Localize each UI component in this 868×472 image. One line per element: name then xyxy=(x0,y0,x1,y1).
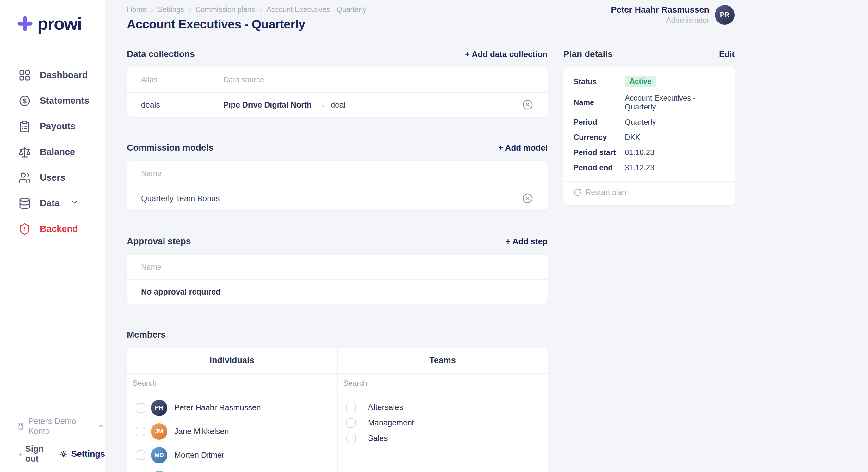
building-icon xyxy=(17,422,24,431)
field-label: Currency xyxy=(574,133,625,142)
sidebar-item-balance[interactable]: Balance xyxy=(18,139,105,165)
breadcrumb-settings[interactable]: Settings xyxy=(158,5,184,14)
member-row: MS Mathias Salomonsson xyxy=(136,467,337,472)
breadcrumb-home[interactable]: Home xyxy=(127,5,146,14)
sidebar-item-label: Backend xyxy=(40,224,78,234)
members-card: Individuals PR Peter Haahr Rasmussen JM xyxy=(127,348,548,472)
member-name: Morten Ditmer xyxy=(174,450,224,460)
section-title: Plan details xyxy=(563,49,613,59)
approval-steps-header: Approval steps + Add step xyxy=(127,236,548,246)
breadcrumb-separator: › xyxy=(151,5,153,14)
individuals-search-input[interactable] xyxy=(127,374,337,392)
breadcrumb-separator: › xyxy=(189,5,191,14)
teams-search xyxy=(338,374,548,393)
source-name: Pipe Drive Digital North xyxy=(223,100,312,109)
user-menu[interactable]: Peter Haahr Rasmussen Administrator PR xyxy=(611,5,735,25)
column-name: Name xyxy=(141,262,161,272)
plan-details-card: Status Active Name Account Executives - … xyxy=(563,67,735,205)
add-model-button[interactable]: + Add model xyxy=(498,143,548,153)
arrow-right-icon: → xyxy=(317,100,326,110)
sidebar-item-label: Payouts xyxy=(40,121,75,132)
breadcrumb-commission-plans[interactable]: Commission plans xyxy=(195,5,255,14)
database-icon xyxy=(18,197,31,210)
sidebar-nav: Dashboard $ Statements Payouts xyxy=(0,62,105,242)
sign-out-button[interactable]: Sign out xyxy=(17,444,48,464)
tab-teams[interactable]: Teams xyxy=(338,348,548,374)
remove-model-button[interactable] xyxy=(522,193,533,204)
section-title: Approval steps xyxy=(127,236,191,246)
content: Data collections + Add data collection A… xyxy=(127,38,868,472)
user-name: Peter Haahr Rasmussen xyxy=(611,5,709,15)
svg-text:$: $ xyxy=(23,97,27,105)
chevron-up-icon xyxy=(97,422,105,431)
plan-field-period: Period Quarterly xyxy=(563,118,735,127)
logout-icon xyxy=(17,450,22,459)
team-name: Management xyxy=(368,418,414,428)
plan-field-currency: Currency DKK xyxy=(563,133,735,142)
field-label: Status xyxy=(574,77,625,86)
sidebar-item-label: Statements xyxy=(40,96,89,106)
sidebar-item-data[interactable]: Data xyxy=(18,190,105,216)
team-checkbox[interactable] xyxy=(346,434,356,443)
user-role: Administrator xyxy=(611,16,709,25)
payouts-icon xyxy=(18,120,31,133)
field-label: Name xyxy=(574,98,625,107)
sidebar-item-label: Balance xyxy=(40,147,75,157)
member-row: MD Morten Ditmer xyxy=(136,443,337,467)
member-row: JM Jane Mikkelsen xyxy=(136,419,337,443)
gear-icon xyxy=(59,449,68,459)
member-checkbox[interactable] xyxy=(136,403,145,412)
member-checkbox[interactable] xyxy=(136,427,145,436)
main-area: Home › Settings › Commission plans › Acc… xyxy=(105,0,868,472)
avatar: MD xyxy=(151,447,167,464)
page-title: Account Executives - Quarterly xyxy=(127,18,868,31)
approval-steps-card: Name No approval required xyxy=(127,255,548,304)
teams-search-input[interactable] xyxy=(338,374,548,392)
team-name: Sales xyxy=(368,434,388,443)
no-approval-text: No approval required xyxy=(127,280,548,304)
sidebar-item-users[interactable]: Users xyxy=(18,165,105,190)
balance-icon xyxy=(18,146,31,158)
sidebar-item-backend[interactable]: Backend xyxy=(18,216,105,242)
team-row: Aftersales xyxy=(346,400,548,415)
plan-field-period-start: Period start 01.10.23 xyxy=(563,148,735,157)
field-value: Quarterly xyxy=(625,118,656,127)
close-circle-icon xyxy=(522,99,533,111)
edit-plan-button[interactable]: Edit xyxy=(719,49,735,59)
teams-list: Aftersales Management Sales xyxy=(338,393,548,446)
team-checkbox[interactable] xyxy=(346,403,356,412)
add-step-button[interactable]: + Add step xyxy=(505,237,548,246)
restart-plan-button[interactable]: Restart plan xyxy=(563,182,735,205)
individuals-search xyxy=(127,374,337,393)
dashboard-icon xyxy=(18,69,31,82)
plus-logo-icon xyxy=(17,15,34,32)
member-name: Peter Haahr Rasmussen xyxy=(174,403,261,412)
sign-out-label: Sign out xyxy=(25,444,48,464)
members-header: Members xyxy=(127,329,548,340)
account-switcher[interactable]: Peters Demo Konto xyxy=(17,416,105,436)
team-checkbox[interactable] xyxy=(346,418,356,428)
member-checkbox[interactable] xyxy=(136,450,145,460)
individuals-column: Individuals PR Peter Haahr Rasmussen JM xyxy=(127,348,338,472)
section-title: Members xyxy=(127,329,166,340)
sidebar-item-payouts[interactable]: Payouts xyxy=(18,114,105,139)
remove-data-collection-button[interactable] xyxy=(522,99,533,111)
sidebar-item-statements[interactable]: $ Statements xyxy=(18,88,105,114)
column-alias: Alias xyxy=(141,75,223,84)
settings-button[interactable]: Settings xyxy=(59,449,105,459)
sidebar-item-dashboard[interactable]: Dashboard xyxy=(18,62,105,88)
model-name: Quarterly Team Bonus xyxy=(141,194,220,203)
data-collections-card: Alias Data source deals Pipe Drive Digit… xyxy=(127,67,548,117)
avatar: PR xyxy=(151,400,167,416)
avatar[interactable]: PR xyxy=(715,5,735,25)
avatar: MS xyxy=(151,471,167,472)
plan-field-period-end: Period end 31.12.23 xyxy=(563,163,735,172)
table-header: Alias Data source xyxy=(127,67,548,93)
users-icon xyxy=(18,171,31,184)
tab-individuals[interactable]: Individuals xyxy=(127,348,337,374)
statements-icon: $ xyxy=(18,95,31,107)
add-data-collection-button[interactable]: + Add data collection xyxy=(465,49,548,59)
brand-logo[interactable]: prowi xyxy=(0,0,105,34)
team-row: Management xyxy=(346,415,548,431)
source-target: deal xyxy=(331,100,345,109)
